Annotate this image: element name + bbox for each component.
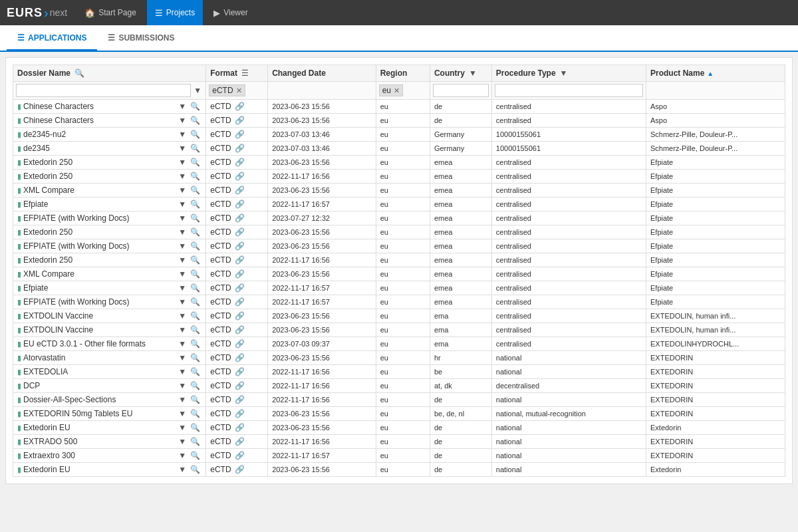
viewer-button[interactable]: ▶ Viewer [205, 0, 255, 25]
row-link-button[interactable]: 🔗 [233, 200, 246, 209]
row-link-button[interactable]: 🔗 [233, 353, 246, 362]
row-search-button[interactable]: 🔍 [189, 186, 201, 195]
row-dropdown-button[interactable]: ▼ [177, 186, 188, 195]
row-search-button[interactable]: 🔍 [189, 172, 201, 181]
row-link-button[interactable]: 🔗 [233, 269, 246, 279]
row-link-button[interactable]: 🔗 [233, 144, 246, 153]
th-procedure-filter-button[interactable]: ▼ [559, 68, 569, 78]
row-dropdown-button[interactable]: ▼ [177, 353, 188, 362]
row-dropdown-button[interactable]: ▼ [177, 241, 188, 251]
row-link-button[interactable]: 🔗 [233, 311, 246, 321]
row-dropdown-button[interactable]: ▼ [177, 200, 188, 209]
th-country[interactable]: Country ▼ [430, 65, 491, 82]
projects-button[interactable]: ☰ Projects [147, 0, 203, 25]
row-link-button[interactable]: 🔗 [233, 213, 246, 223]
start-page-button[interactable]: 🏠 Start Page [76, 0, 144, 25]
row-dropdown-button[interactable]: ▼ [177, 451, 188, 460]
th-dossier[interactable]: Dossier Name 🔍 [13, 65, 206, 82]
filter-format-remove[interactable]: ✕ [236, 86, 242, 95]
row-dropdown-button[interactable]: ▼ [177, 172, 188, 181]
row-link-button[interactable]: 🔗 [233, 297, 246, 307]
row-dropdown-button[interactable]: ▼ [177, 367, 188, 376]
filter-procedure-input[interactable] [495, 84, 643, 97]
th-country-filter-button[interactable]: ▼ [467, 68, 478, 78]
row-search-button[interactable]: 🔍 [189, 367, 201, 376]
tab-applications[interactable]: ☰ APPLICATIONS [7, 27, 97, 51]
th-product[interactable]: Product Name ▲ [646, 65, 785, 82]
th-changed[interactable]: Changed Date [268, 65, 376, 82]
filter-country-input[interactable] [433, 84, 489, 97]
row-link-button[interactable]: 🔗 [233, 255, 246, 265]
row-dropdown-button[interactable]: ▼ [177, 213, 188, 223]
row-dropdown-button[interactable]: ▼ [177, 158, 188, 167]
row-search-button[interactable]: 🔍 [189, 311, 201, 321]
th-dossier-search-button[interactable]: 🔍 [73, 68, 86, 78]
row-dropdown-button[interactable]: ▼ [177, 437, 188, 446]
row-dropdown-button[interactable]: ▼ [177, 116, 188, 125]
row-dropdown-button[interactable]: ▼ [177, 297, 188, 307]
row-search-button[interactable]: 🔍 [189, 381, 201, 390]
row-search-button[interactable]: 🔍 [189, 255, 201, 265]
row-search-button[interactable]: 🔍 [189, 297, 201, 307]
row-link-button[interactable]: 🔗 [233, 116, 246, 125]
row-search-button[interactable]: 🔍 [189, 325, 201, 334]
row-search-button[interactable]: 🔍 [189, 423, 201, 432]
row-search-button[interactable]: 🔍 [189, 269, 201, 279]
row-dropdown-button[interactable]: ▼ [177, 283, 188, 293]
row-search-button[interactable]: 🔍 [189, 339, 201, 348]
row-link-button[interactable]: 🔗 [233, 186, 246, 195]
row-link-button[interactable]: 🔗 [233, 158, 246, 167]
row-link-button[interactable]: 🔗 [233, 241, 246, 251]
row-dropdown-button[interactable]: ▼ [177, 395, 188, 404]
row-link-button[interactable]: 🔗 [233, 381, 246, 390]
row-link-button[interactable]: 🔗 [233, 102, 246, 111]
row-search-button[interactable]: 🔍 [189, 158, 201, 167]
row-search-button[interactable]: 🔍 [189, 283, 201, 293]
row-search-button[interactable]: 🔍 [189, 213, 201, 223]
row-search-button[interactable]: 🔍 [189, 437, 201, 446]
filter-region-remove[interactable]: ✕ [394, 86, 400, 95]
row-dropdown-button[interactable]: ▼ [177, 325, 188, 334]
row-dropdown-button[interactable]: ▼ [177, 381, 188, 390]
row-search-button[interactable]: 🔍 [189, 465, 201, 474]
th-format[interactable]: Format ☰ [206, 65, 268, 82]
row-dropdown-button[interactable]: ▼ [177, 130, 188, 139]
row-dropdown-button[interactable]: ▼ [177, 339, 188, 348]
row-search-button[interactable]: 🔍 [189, 130, 201, 139]
row-dropdown-button[interactable]: ▼ [177, 311, 188, 321]
row-search-button[interactable]: 🔍 [189, 116, 201, 125]
row-link-button[interactable]: 🔗 [233, 465, 246, 474]
row-link-button[interactable]: 🔗 [233, 227, 246, 237]
row-link-button[interactable]: 🔗 [233, 423, 246, 432]
row-dropdown-button[interactable]: ▼ [177, 227, 188, 237]
row-search-button[interactable]: 🔍 [189, 200, 201, 209]
filter-dossier-input[interactable] [16, 84, 191, 97]
row-link-button[interactable]: 🔗 [233, 130, 246, 139]
row-dropdown-button[interactable]: ▼ [177, 255, 188, 265]
row-search-button[interactable]: 🔍 [189, 241, 201, 251]
row-link-button[interactable]: 🔗 [233, 437, 246, 446]
row-dropdown-button[interactable]: ▼ [177, 102, 188, 111]
row-search-button[interactable]: 🔍 [189, 395, 201, 404]
row-search-button[interactable]: 🔍 [189, 144, 201, 153]
row-search-button[interactable]: 🔍 [189, 353, 201, 362]
row-dropdown-button[interactable]: ▼ [177, 409, 188, 418]
row-link-button[interactable]: 🔗 [233, 367, 246, 376]
row-search-button[interactable]: 🔍 [189, 451, 201, 460]
row-dropdown-button[interactable]: ▼ [177, 144, 188, 153]
row-link-button[interactable]: 🔗 [233, 325, 246, 334]
tab-submissions[interactable]: ☰ SUBMISSIONS [97, 27, 185, 51]
row-link-button[interactable]: 🔗 [233, 409, 246, 418]
th-format-filter-button[interactable]: ☰ [240, 68, 250, 78]
row-link-button[interactable]: 🔗 [233, 451, 246, 460]
row-search-button[interactable]: 🔍 [189, 409, 201, 418]
row-dropdown-button[interactable]: ▼ [177, 465, 188, 474]
th-region[interactable]: Region [376, 65, 430, 82]
row-link-button[interactable]: 🔗 [233, 172, 246, 181]
row-link-button[interactable]: 🔗 [233, 339, 246, 348]
filter-dossier-dropdown[interactable]: ▼ [192, 86, 203, 95]
row-search-button[interactable]: 🔍 [189, 227, 201, 237]
row-link-button[interactable]: 🔗 [233, 283, 246, 293]
row-link-button[interactable]: 🔗 [233, 395, 246, 404]
row-dropdown-button[interactable]: ▼ [177, 423, 188, 432]
